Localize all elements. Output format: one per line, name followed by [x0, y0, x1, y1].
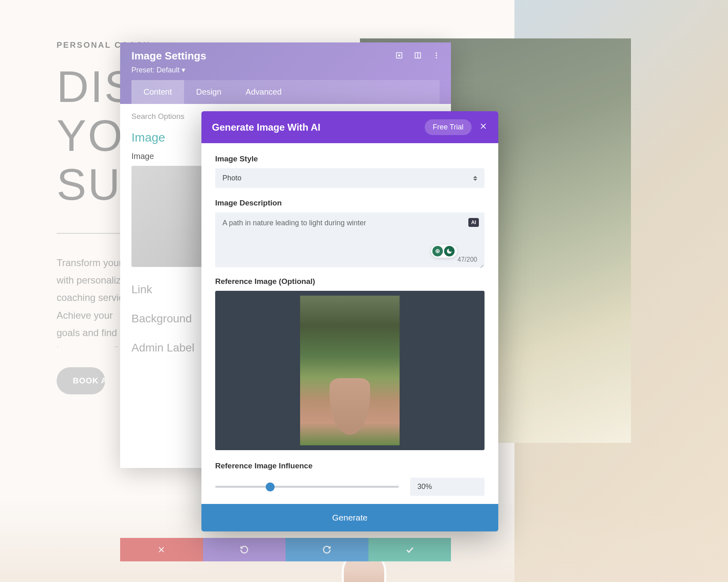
image-description-field[interactable]: A path in nature leading to light during… — [215, 212, 485, 267]
header-icons — [394, 51, 441, 60]
settings-title: Image Settings — [131, 50, 440, 62]
check-icon — [405, 545, 415, 554]
redo-icon — [322, 545, 331, 554]
reference-image-label: Reference Image (Optional) — [215, 277, 485, 286]
generate-button[interactable]: Generate — [201, 504, 498, 531]
close-icon — [479, 122, 488, 131]
undo-icon — [240, 545, 249, 554]
columns-icon[interactable] — [413, 51, 423, 60]
svg-point-4 — [436, 53, 437, 54]
ai-modal-body: Image Style Photo Image Description A pa… — [201, 143, 498, 504]
image-style-value: Photo — [222, 174, 241, 182]
char-count: 47/200 — [457, 256, 477, 263]
free-trial-badge[interactable]: Free Trial — [425, 119, 472, 135]
select-caret-icon — [473, 176, 477, 181]
slider-thumb[interactable] — [266, 483, 275, 491]
cancel-button[interactable] — [120, 538, 203, 561]
influence-label: Reference Image Influence — [215, 461, 485, 470]
reference-image-thumb — [300, 296, 400, 445]
image-description-label: Image Description — [215, 199, 485, 207]
reference-image-box[interactable] — [215, 291, 485, 450]
settings-header: Image Settings Preset: Default ▾ Content… — [120, 42, 451, 104]
svg-point-5 — [436, 55, 437, 56]
tab-content[interactable]: Content — [131, 80, 184, 104]
influence-slider-row: 30% — [215, 478, 485, 496]
redo-button[interactable] — [286, 538, 368, 561]
settings-tabs: Content Design Advanced — [131, 80, 440, 104]
ai-header-right: Free Trial — [425, 119, 488, 135]
influence-slider[interactable] — [215, 486, 399, 488]
svg-point-1 — [398, 55, 400, 56]
preset-dropdown[interactable]: Preset: Default ▾ — [131, 66, 440, 80]
image-style-label: Image Style — [215, 154, 485, 163]
tab-design[interactable]: Design — [184, 80, 233, 104]
influence-value[interactable]: 30% — [410, 478, 485, 496]
undo-button[interactable] — [203, 538, 286, 561]
save-button[interactable] — [368, 538, 451, 561]
action-bar — [120, 538, 451, 561]
more-icon[interactable] — [432, 51, 441, 60]
ai-badge-button[interactable]: AI — [468, 218, 479, 227]
ai-modal-title: Generate Image With AI — [212, 122, 320, 133]
resize-handle[interactable] — [478, 261, 483, 266]
toggle-plus-icon — [432, 246, 443, 256]
toggle-moon-icon — [444, 246, 455, 256]
ai-modal-header: Generate Image With AI Free Trial — [201, 111, 498, 143]
svg-point-6 — [436, 57, 437, 58]
expand-icon[interactable] — [394, 51, 404, 60]
tab-advanced[interactable]: Advanced — [233, 80, 294, 104]
close-modal-button[interactable] — [479, 121, 488, 133]
book-appointment-button[interactable]: BOOK AN APPOINTMENT — [57, 367, 105, 394]
close-icon — [157, 545, 166, 554]
image-style-select[interactable]: Photo — [215, 168, 485, 188]
theme-toggle[interactable] — [431, 245, 457, 258]
image-description-text[interactable]: A path in nature leading to light during… — [222, 219, 457, 227]
ai-generate-modal: Generate Image With AI Free Trial Image … — [201, 111, 498, 531]
